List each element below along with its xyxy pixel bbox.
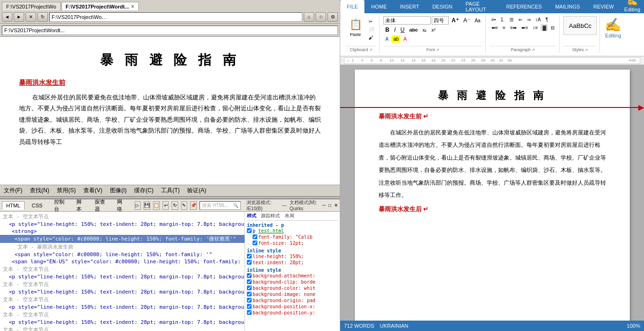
ribbon-tab-home[interactable]: HOME	[364, 0, 393, 13]
dom-line-3[interactable]: <strong>	[0, 228, 245, 235]
clipboard-expand-icon[interactable]: ↗	[369, 48, 372, 52]
css-inherit-p-check[interactable]	[247, 228, 252, 233]
devtools-edit-btn[interactable]: ✎	[181, 201, 187, 210]
paste-button[interactable]: 📋 Paste	[346, 16, 365, 38]
css-bg-color-check[interactable]	[247, 286, 252, 290]
menu-view[interactable]: 查看(V)	[82, 186, 104, 195]
style-tab[interactable]: 样式	[247, 213, 256, 219]
ribbon-tab-review[interactable]: REVIEW	[587, 0, 620, 13]
font-decrease-btn[interactable]: A⁻	[462, 16, 472, 25]
dom-line-8[interactable]: 文本 - 空文本节点	[0, 265, 245, 273]
address-bar-1[interactable]: F:\VS2017Project\Wo...	[49, 12, 302, 22]
menu-tools[interactable]: 工具(T)	[159, 186, 181, 195]
numbering-btn[interactable]: 1.	[499, 16, 506, 23]
indent-increase-btn[interactable]: ⇒	[525, 16, 533, 23]
copy-button[interactable]: 📄	[367, 26, 376, 33]
strikethrough-button[interactable]: abc	[408, 26, 420, 34]
align-right-btn[interactable]: ≡➡	[508, 24, 519, 31]
dom-line-1[interactable]: 文本 - 空文本节点	[0, 213, 245, 221]
forward-button[interactable]: ►	[14, 12, 24, 22]
italic-button[interactable]: I	[392, 26, 398, 34]
css-bg-pos-x-check[interactable]	[247, 304, 252, 309]
ribbon-tab-design[interactable]: DESIGN	[426, 0, 459, 13]
css-bg-pos-y-check[interactable]	[247, 310, 252, 315]
css-line-height-check[interactable]	[247, 254, 252, 259]
font-size-box[interactable]: 四号	[432, 16, 449, 25]
browser-tab-2[interactable]: F:\VS2017Project\Wordt... ✕	[62, 2, 139, 10]
css-font-size-check[interactable]	[253, 241, 257, 245]
shading-btn[interactable]: ▓	[541, 24, 548, 31]
cut-button[interactable]: ✂	[367, 18, 376, 25]
refresh-button[interactable]: ↻	[37, 12, 48, 22]
devtools-refresh-btn[interactable]: ↻	[172, 201, 178, 210]
dom-line-4-selected[interactable]: <span style="color: #c00000; line-height…	[0, 235, 245, 243]
devtools-search[interactable]: 搜索 HTML... 🔍	[200, 201, 241, 210]
css-bg-origin-check[interactable]	[247, 298, 252, 303]
menu-validate[interactable]: 验证(A)	[185, 186, 208, 195]
indent-decrease-btn[interactable]: ⇐	[517, 16, 524, 23]
address-bar-2[interactable]: F:\VS2017Project\Wordt...	[2, 26, 338, 35]
dom-line-13[interactable]: <p style="line-height: 150%; text-indent…	[0, 304, 245, 311]
ribbon-tab-mailings[interactable]: MAILINGS	[548, 0, 587, 13]
layout-tab[interactable]: 布局	[285, 213, 294, 219]
ribbon-tab-file[interactable]: FILE	[340, 0, 364, 13]
dom-line-15[interactable]: <p style="line-height: 150%; text-indent…	[0, 319, 245, 326]
menu-cache[interactable]: 缓存(C)	[132, 186, 155, 195]
stop-button[interactable]: ✕	[26, 12, 36, 22]
align-center-btn[interactable]: ≡	[501, 24, 508, 31]
dom-line-7[interactable]: <span lang="EN-US" style="color: #c00000…	[0, 258, 245, 265]
dom-line-9[interactable]: <p style="line-height: 150%; text-indent…	[0, 273, 245, 280]
menu-image[interactable]: 图像(I)	[108, 186, 128, 195]
css-font-family-check[interactable]	[253, 234, 257, 239]
css-bg-image-check[interactable]	[247, 292, 252, 296]
ribbon-tab-insert[interactable]: INSERT	[393, 0, 426, 13]
dom-line-14[interactable]: 文本 - 空文本节点	[0, 311, 245, 319]
superscript-button[interactable]: x²	[429, 27, 437, 34]
devtools-undo-btn[interactable]: ↩	[163, 201, 169, 210]
dom-line-16[interactable]: 文本 - 空文本节点	[0, 326, 245, 331]
ribbon-tab-references[interactable]: REFERENCES	[499, 0, 548, 13]
devtools-close-btn[interactable]: ✕	[334, 203, 338, 208]
dom-line-12[interactable]: 文本 - 空文本节点	[0, 295, 245, 304]
tab-close-icon[interactable]: ✕	[131, 4, 135, 9]
menu-find[interactable]: 查找(N)	[28, 186, 51, 195]
menu-file[interactable]: 文件(F)	[2, 186, 24, 195]
justify-btn[interactable]: ⬌≡	[519, 24, 530, 31]
menu-disable[interactable]: 禁用(S)	[55, 186, 78, 195]
tools-button[interactable]: ⚙	[327, 12, 338, 22]
devtools-minimize-btn[interactable]: ─	[322, 203, 326, 208]
dom-line-6[interactable]: <span style="color: #c00000; line-height…	[0, 251, 245, 258]
bold-button[interactable]: B	[383, 26, 391, 34]
underline-button[interactable]: U	[399, 26, 407, 34]
browser-tab-1[interactable]: F:\VS2017Project\Wo	[2, 2, 61, 10]
devtools-tab-html[interactable]: HTML	[2, 201, 25, 210]
font-color-btn[interactable]: A	[401, 35, 408, 43]
devtools-save2-btn[interactable]: 📋	[153, 201, 160, 210]
align-left-btn[interactable]: ⬅≡	[490, 24, 500, 31]
font-name-box[interactable]: 未体	[383, 16, 431, 25]
trace-tab[interactable]: 跟踪样式	[261, 213, 280, 219]
favorites-button[interactable]: ☆	[316, 12, 326, 22]
font-expand-icon[interactable]: ↗	[436, 48, 439, 52]
css-bg-attachment-check[interactable]	[247, 273, 252, 278]
text-highlight-btn[interactable]: ab	[391, 36, 400, 43]
format-painter-button[interactable]: 🖌	[367, 34, 376, 41]
sort-btn[interactable]: ↕A	[534, 16, 543, 23]
devtools-pin-btn[interactable]: 📌	[190, 201, 197, 210]
dom-line-2[interactable]: <p style="line-height: 150%; text-indent…	[0, 221, 245, 228]
borders-btn[interactable]: ⊟	[549, 24, 556, 31]
dom-line-10[interactable]: 文本 - 空文本节点	[0, 280, 245, 288]
dom-line-5[interactable]: 文本 - 暴雨洪水发生前	[0, 243, 245, 251]
paragraph-expand-icon[interactable]: ↗	[532, 48, 535, 52]
ribbon-tab-page-layout[interactable]: PAGE LAYOUT	[459, 0, 500, 13]
css-text-indent-check[interactable]	[247, 260, 252, 265]
clear-format-btn[interactable]: Aa	[473, 17, 482, 24]
text-effect-btn[interactable]: A	[383, 36, 390, 43]
line-spacing-btn[interactable]: ↕≡	[531, 24, 540, 31]
back-button[interactable]: ◄	[2, 12, 12, 22]
multilevel-btn[interactable]: ☰	[508, 16, 516, 23]
styles-expand-icon[interactable]: ↗	[585, 48, 588, 52]
css-bg-clip-check[interactable]	[247, 279, 252, 284]
devtools-restore-btn[interactable]: □	[328, 203, 331, 208]
show-marks-btn[interactable]: ¶	[544, 16, 550, 23]
